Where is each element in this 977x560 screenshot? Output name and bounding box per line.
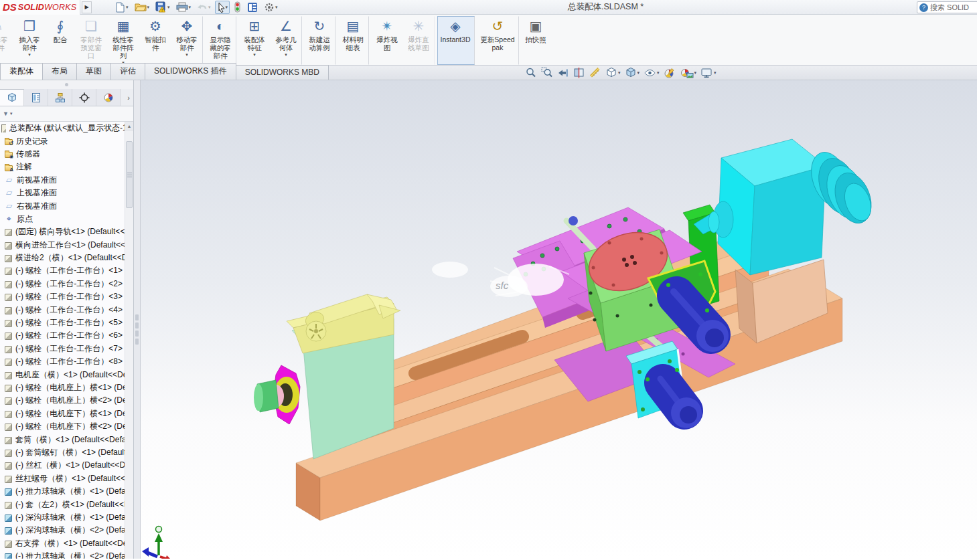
select-button[interactable]: ▾ [215, 1, 230, 14]
tree-root-item[interactable]: 总装配体 (默认<默认_显示状态-1>) [0, 122, 125, 134]
ribbon-button[interactable]: 爆炸视图 ▾ [372, 16, 402, 65]
tree-item[interactable]: 原点 [0, 213, 125, 225]
panel-collapse-handle[interactable] [0, 80, 133, 89]
tree-item[interactable]: (-) 螺栓（电机座下）横<1> (Defa [0, 407, 125, 420]
help-icon[interactable]: ? [919, 3, 928, 12]
undo-button[interactable]: ▾ [195, 1, 213, 13]
tree-item[interactable]: 历史记录 [0, 134, 125, 147]
ribbon-button[interactable]: 零部件预览窗口 ▾ [76, 16, 106, 65]
new-document-button[interactable]: ▾ [113, 1, 131, 14]
ribbon-button[interactable]: 参考几何体 ▾ [271, 16, 302, 65]
ribbon-button[interactable]: 插入零部件 ▾ [14, 16, 45, 65]
splitter-grip[interactable] [135, 314, 139, 347]
tree-item-label: (-) 螺栓（工作台-工作台）<2> (D [15, 278, 125, 290]
apply-scene-button[interactable]: ▾ [680, 67, 698, 79]
tree-item[interactable]: 上视基准面 [0, 187, 125, 199]
measure-button[interactable] [589, 67, 602, 79]
tree-item[interactable]: 注解 [0, 161, 125, 173]
tree-item[interactable]: 前视基准面 [0, 174, 125, 187]
tree-item[interactable]: 电机座（横）<1> (Default<<Def [0, 368, 125, 381]
tree-scrollbar[interactable]: ▲ [125, 122, 133, 559]
tree-item[interactable]: 横向进给工作台<1> (Default<<D [0, 239, 125, 252]
tree-item[interactable]: (-) 螺栓（工作台-工作台）<6> (D [0, 329, 125, 342]
search-box[interactable]: ? 搜索 SOLID [917, 1, 977, 13]
panel-tabs-expand-arrow[interactable]: › [121, 89, 133, 106]
display-style-button[interactable]: ▾ [624, 67, 641, 79]
tree-item[interactable]: 横进给2（横）<1> (Default<<D [0, 252, 125, 264]
tree-item[interactable]: (-) 螺栓（电机座上）横<2> (Defa [0, 394, 125, 407]
toolbar-flyout-button[interactable]: ▶ [82, 1, 92, 13]
commandmanager-tab[interactable]: 评估 [110, 63, 145, 80]
tree-item[interactable]: (-) 螺栓（工作台-工作台）<3> (D [0, 290, 125, 303]
view-settings-button[interactable]: ▾ [700, 67, 717, 79]
save-button[interactable]: ▾ [153, 0, 172, 14]
commandmanager-tab[interactable]: 装配体 [0, 63, 43, 80]
tree-item[interactable]: (-) 推力球轴承（横）<1> (Defaul [0, 485, 125, 498]
previous-view-button[interactable] [556, 67, 570, 79]
rebuild-button[interactable] [232, 0, 243, 14]
model-spindle-flange[interactable] [254, 365, 300, 424]
tree-item[interactable]: (-) 推力球轴承（横）<2> (Defaul [0, 550, 125, 559]
ribbon-button[interactable]: 材料明细表 ▾ [338, 16, 369, 65]
tree-item[interactable]: 传感器 [0, 148, 125, 161]
tree-item[interactable]: 右视基准面 [0, 199, 125, 212]
tab-featuremanager-tree[interactable] [0, 89, 24, 106]
command-manager-ribbon: 编辑零部件 ▾ 插入零部件 ▾ 配合 ▾ 零部件预览窗口 ▾ 线性零部件阵列 ▾ [0, 15, 977, 66]
hide-show-items-button[interactable]: ▾ [643, 67, 660, 79]
tree-item[interactable]: (-) 套（左2）横<1> (Default<<D [0, 498, 125, 510]
tree-item[interactable]: 套筒（横）<1> (Default<<Defau [0, 433, 125, 446]
ribbon-button[interactable]: 编辑零部件 ▾ [0, 16, 13, 65]
tree-filter-row[interactable]: ▼ ▾ [0, 106, 133, 122]
options-button[interactable]: ▾ [262, 1, 280, 14]
commandmanager-tab[interactable]: 草图 [76, 63, 111, 80]
tree-item[interactable]: (-) 螺栓（电机座上）横<1> (Defa [0, 381, 125, 394]
edit-appearance-button[interactable] [663, 67, 677, 79]
scrollbar-thumb[interactable] [126, 141, 133, 208]
ribbon-button[interactable]: 显示隐藏的零部件 ▾ [206, 16, 236, 65]
graphics-viewport[interactable]: sfc [141, 80, 977, 559]
tab-dimxpertmanager[interactable] [72, 89, 96, 106]
tree-item[interactable]: (-) 螺栓（工作台-工作台）<1> (D [0, 264, 125, 277]
tab-propertymanager[interactable] [24, 89, 48, 106]
tree-item[interactable]: (固定) 横向导轨<1> (Default<<D [0, 225, 125, 238]
ribbon-button[interactable]: Instant3D ▾ [437, 16, 475, 65]
scrollbar-up-arrow[interactable]: ▲ [125, 122, 133, 130]
ribbon-button[interactable]: 配合 ▾ [46, 16, 74, 65]
ribbon-button[interactable]: 新建运动算例 ▾ [305, 16, 335, 65]
tab-displaymanager[interactable] [96, 89, 121, 106]
tree-item[interactable]: (-) 丝杠（横）<1> (Default<<De [0, 459, 125, 472]
tree-item[interactable]: 右支撑（横）<1> (Default<<Def [0, 537, 125, 550]
ribbon-button[interactable]: 更新Speedpak ▾ [477, 16, 519, 65]
tree-item[interactable]: (-) 螺栓（工作台-工作台）<4> (D [0, 303, 125, 316]
tree-item[interactable]: (-) 套筒螺钉（横）<1> (Default< [0, 446, 125, 459]
ribbon-button[interactable]: 拍快照 ▾ [522, 16, 550, 65]
tree-item-label: (-) 螺栓（工作台-工作台）<3> (D [15, 291, 125, 302]
open-button[interactable]: ▾ [133, 1, 152, 13]
tree-item[interactable]: (-) 螺栓（工作台-工作台）<8> (D [0, 355, 125, 368]
zoom-area-button[interactable] [540, 67, 554, 79]
tree-item[interactable]: (-) 螺栓（电机座下）横<2> (Defa [0, 420, 125, 433]
zoom-fit-button[interactable] [524, 67, 538, 79]
tab-configurationmanager[interactable] [48, 89, 72, 106]
task-pane-button[interactable] [245, 1, 260, 14]
ribbon-button[interactable]: 智能扣件 ▾ [140, 16, 171, 65]
print-button[interactable]: ▾ [174, 1, 194, 13]
section-view-button[interactable] [573, 67, 586, 79]
tree-item[interactable]: (-) 深沟球轴承（横）<2> (Defaul [0, 524, 125, 537]
ribbon-button[interactable]: 装配体特征 ▾ [239, 16, 270, 65]
tree-item[interactable]: (-) 螺栓（工作台-工作台）<2> (D [0, 278, 125, 290]
tree-item[interactable]: (-) 螺栓（工作台-工作台）<7> (D [0, 343, 125, 355]
model-tailstock[interactable] [718, 139, 826, 275]
tree-item[interactable]: (-) 螺栓（工作台-工作台）<5> (D [0, 316, 125, 329]
ribbon-button[interactable]: 爆炸直线草图 ▾ [404, 16, 435, 65]
view-orientation-button[interactable]: ▾ [605, 67, 621, 79]
commandmanager-tab[interactable]: 布局 [42, 63, 77, 80]
ribbon-button[interactable]: 线性零部件阵列 ▾ [108, 16, 139, 65]
tree-item[interactable]: 丝杠螺母（横）<1> (Default<<D [0, 472, 125, 485]
tree-item[interactable]: (-) 深沟球轴承（横）<1> (Defaul [0, 511, 125, 524]
commandmanager-tab[interactable]: SOLIDWORKS 插件 [145, 63, 236, 80]
panel-splitter[interactable] [134, 80, 141, 559]
tree-item-icon [5, 320, 12, 327]
ribbon-button[interactable]: 移动零部件 ▾ [172, 16, 203, 65]
commandmanager-tab[interactable]: SOLIDWORKS MBD [236, 65, 329, 80]
